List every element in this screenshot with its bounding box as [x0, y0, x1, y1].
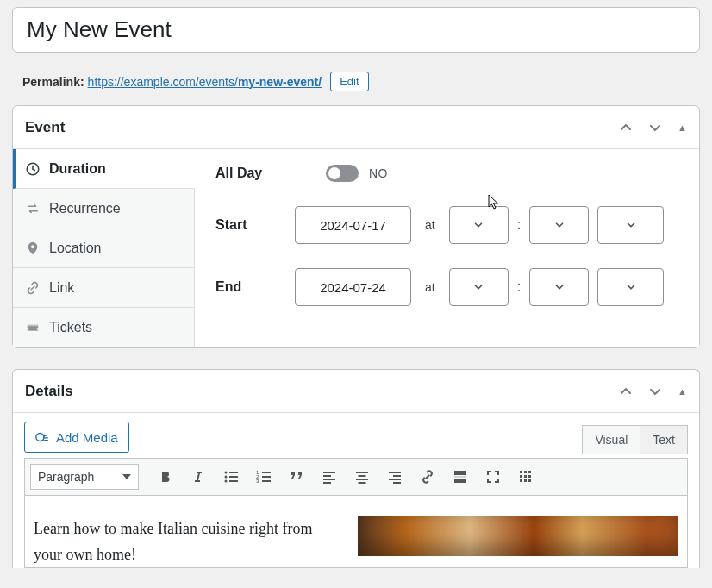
format-label: Paragraph [38, 470, 94, 484]
all-day-toggle[interactable] [326, 165, 359, 182]
svg-rect-32 [520, 475, 522, 478]
svg-rect-20 [356, 479, 368, 480]
start-label: Start [215, 217, 295, 233]
sidebar-tab-link[interactable]: Link [13, 268, 194, 308]
link-icon [25, 280, 41, 296]
svg-text:3: 3 [256, 479, 259, 484]
start-hour-select[interactable] [449, 206, 509, 244]
event-panel-title: Event [25, 119, 65, 136]
all-day-label: All Day [215, 166, 295, 181]
editor-text[interactable]: Learn how to make Italian cuisine right … [34, 516, 334, 567]
align-right-button[interactable] [380, 463, 409, 491]
permalink-base: https://example.com/events/ [88, 75, 238, 89]
svg-rect-21 [359, 482, 366, 484]
svg-rect-22 [389, 472, 401, 473]
italic-button[interactable] [184, 463, 213, 491]
svg-rect-24 [389, 479, 401, 480]
sidebar-tab-label: Link [49, 280, 74, 296]
sidebar-tab-label: Tickets [49, 320, 92, 335]
event-duration-form: All Day NO Start at : [195, 149, 699, 347]
svg-rect-17 [323, 482, 331, 484]
add-media-button[interactable]: Add Media [24, 422, 129, 453]
svg-rect-36 [524, 479, 527, 482]
svg-rect-33 [524, 475, 527, 478]
tickets-icon [25, 320, 41, 335]
svg-rect-5 [229, 472, 238, 473]
permalink-label: Permalink: [22, 75, 84, 89]
location-pin-icon [25, 241, 41, 256]
sidebar-tab-label: Duration [49, 161, 106, 177]
end-label: End [215, 279, 295, 295]
start-minute-select[interactable] [529, 206, 589, 244]
permalink-slug: my-new-event/ [238, 75, 322, 89]
end-hour-select[interactable] [449, 268, 509, 306]
details-panel-header: Details ▲ [13, 370, 699, 413]
sidebar-tab-label: Recurrence [49, 201, 121, 216]
svg-rect-11 [262, 472, 271, 473]
svg-rect-25 [393, 482, 401, 484]
svg-rect-18 [356, 472, 368, 473]
editor-toolbar: Paragraph 123 [24, 458, 688, 496]
sidebar-tab-duration[interactable]: Duration [13, 149, 195, 189]
svg-rect-19 [359, 475, 366, 477]
svg-rect-14 [323, 472, 335, 473]
end-ampm-select[interactable] [597, 268, 664, 306]
svg-rect-23 [393, 475, 401, 477]
event-side-tabs: Duration Recurrence Location Link [13, 149, 195, 347]
svg-rect-30 [524, 471, 527, 473]
add-media-label: Add Media [56, 430, 118, 445]
panel-collapse-icon[interactable]: ▲ [678, 122, 687, 133]
sidebar-tab-recurrence[interactable]: Recurrence [13, 189, 194, 228]
bold-button[interactable] [151, 463, 180, 491]
panel-collapse-icon[interactable]: ▲ [678, 386, 687, 397]
kitchen-sink-button[interactable] [511, 463, 540, 491]
svg-point-3 [225, 476, 228, 479]
permalink-row: Permalink: https://example.com/events/my… [22, 72, 698, 91]
media-icon [35, 429, 51, 445]
sidebar-tab-label: Location [49, 241, 102, 256]
align-left-button[interactable] [315, 463, 344, 491]
details-panel-title: Details [25, 383, 73, 400]
sidebar-tab-location[interactable]: Location [13, 228, 194, 268]
time-colon: : [517, 279, 521, 295]
start-ampm-select[interactable] [597, 206, 664, 244]
svg-point-1 [36, 434, 44, 441]
event-title-input[interactable]: My New Event [12, 7, 700, 53]
svg-rect-26 [454, 471, 466, 475]
panel-up-icon[interactable] [619, 385, 633, 398]
event-panel-header: Event ▲ [13, 106, 699, 149]
at-label: at [425, 218, 435, 232]
fullscreen-button[interactable] [478, 463, 508, 491]
svg-rect-6 [229, 476, 238, 478]
svg-rect-29 [520, 471, 522, 473]
editor-tab-visual[interactable]: Visual [582, 425, 640, 454]
end-date-input[interactable] [295, 268, 411, 306]
details-panel: Details ▲ Add Media Visual Text [12, 369, 700, 568]
panel-down-icon[interactable] [648, 385, 662, 398]
svg-rect-13 [262, 480, 271, 482]
permalink-edit-button[interactable]: Edit [330, 72, 368, 91]
blockquote-button[interactable] [282, 463, 311, 491]
editor-content-area[interactable]: Learn how to make Italian cuisine right … [24, 496, 688, 568]
start-date-input[interactable] [295, 206, 411, 244]
sidebar-tab-tickets[interactable]: Tickets [13, 308, 194, 347]
repeat-icon [25, 201, 41, 216]
all-day-value: NO [369, 166, 388, 180]
editor-tab-text[interactable]: Text [640, 425, 688, 454]
editor-image[interactable] [358, 516, 678, 556]
format-select[interactable]: Paragraph [30, 464, 139, 490]
align-center-button[interactable] [347, 463, 377, 491]
panel-up-icon[interactable] [619, 121, 633, 134]
at-label: at [425, 280, 435, 294]
panel-controls: ▲ [619, 121, 687, 134]
bulleted-list-button[interactable] [216, 463, 246, 491]
svg-rect-27 [454, 477, 466, 478]
insert-link-button[interactable] [413, 463, 442, 491]
numbered-list-button[interactable]: 123 [249, 463, 278, 491]
end-minute-select[interactable] [529, 268, 589, 306]
time-colon: : [517, 217, 521, 233]
panel-down-icon[interactable] [648, 121, 662, 134]
permalink-link[interactable]: https://example.com/events/my-new-event/ [88, 75, 322, 89]
svg-rect-7 [229, 480, 238, 482]
insert-more-button[interactable] [446, 463, 475, 491]
